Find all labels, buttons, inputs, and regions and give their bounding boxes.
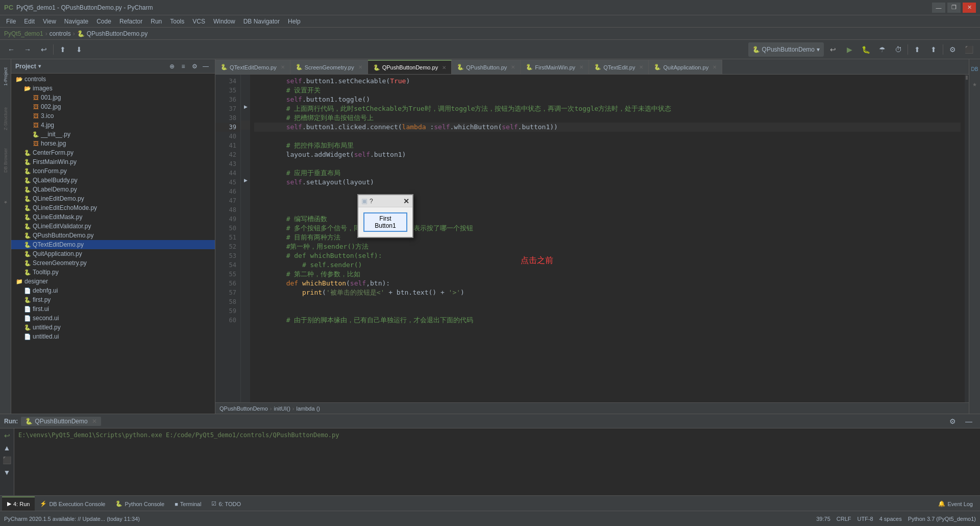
tree-item-designer[interactable]: 📁 designer — [11, 277, 215, 286]
tree-item-qlineeditdemo[interactable]: 🐍 QLineEditDemo.py — [11, 194, 215, 203]
python-version[interactable]: Python 3.7 (PyQt5_demo1) — [908, 516, 976, 522]
maximize-button[interactable]: ❐ — [947, 3, 961, 13]
breadcrumb-folder[interactable]: controls — [50, 30, 71, 37]
run-tab-close[interactable]: ✕ — [92, 418, 97, 425]
dialog-close-button[interactable]: ✕ — [403, 197, 409, 205]
toolbar-reload-button[interactable]: ↩ — [37, 42, 51, 57]
menu-tools[interactable]: Tools — [166, 17, 188, 26]
commit-button[interactable]: ⬆ — [910, 42, 924, 57]
sidebar-project-icon[interactable]: 1-Project — [1, 61, 11, 92]
tab-close-icon[interactable]: ✕ — [442, 65, 446, 70]
tree-item-qtexteditdemo[interactable]: 🐍 QTextEditDemo.py — [11, 240, 215, 249]
tab-qpushbuttondemo[interactable]: 🐍 QPushButtonDemo.py ✕ — [368, 60, 452, 74]
project-minimize-button[interactable]: — — [201, 61, 211, 71]
settings-button[interactable]: ⚙ — [945, 42, 960, 57]
tree-item-002jpg[interactable]: 🖼 002.jpg — [11, 102, 215, 111]
line-separator[interactable]: CRLF — [837, 516, 851, 522]
tab-close-icon[interactable]: ✕ — [511, 64, 515, 70]
tree-item-controls[interactable]: 📂 controls — [11, 75, 215, 84]
code-content[interactable]: self.button1.setCheckable(True) # 设置开关 s… — [250, 75, 965, 402]
run-scroll-down-button[interactable]: ▼ — [2, 467, 12, 477]
breadcrumb-project[interactable]: PyQt5_demo1 — [4, 30, 43, 37]
breadcrumb-file[interactable]: QPushButtonDemo.py — [87, 30, 148, 37]
tree-item-screengeometry[interactable]: 🐍 ScreenGeometry.py — [11, 258, 215, 268]
close-button[interactable]: ✕ — [963, 3, 976, 13]
tree-item-tooltip[interactable]: 🐍 Tooltip.py — [11, 268, 215, 277]
tab-qtextedit[interactable]: 🐍 QTextEdit.py ✕ — [589, 60, 649, 74]
coverage-button[interactable]: ☂ — [875, 42, 889, 57]
tree-item-debnfgui[interactable]: 📄 debnfg.ui — [11, 286, 215, 295]
tab-close-icon[interactable]: ✕ — [281, 64, 285, 70]
tab-quitapp[interactable]: 🐍 QuitApplication.py ✕ — [649, 60, 722, 74]
debug-button[interactable]: 🐛 — [859, 42, 873, 57]
profile-button[interactable]: ⏱ — [891, 42, 905, 57]
tree-item-3ico[interactable]: 🖼 3.ico — [11, 111, 215, 121]
menu-navigate[interactable]: Navigate — [60, 17, 92, 26]
tab-qpushbutton[interactable]: 🐍 QPushButton.py ✕ — [452, 60, 521, 74]
toolbar-forward-button[interactable]: → — [20, 42, 35, 57]
sidebar-db-icon[interactable]: DB Browser — [1, 145, 11, 176]
sidebar-bookmarks-icon[interactable]: ★ — [1, 187, 11, 218]
run-scroll-up-button[interactable]: ▲ — [2, 443, 12, 453]
bottom-tab-python-console[interactable]: 🐍 Python Console — [110, 496, 169, 511]
tab-screengeometry[interactable]: 🐍 ScreenGeometry.py ✕ — [290, 60, 368, 74]
run-panel-settings-button[interactable]: ⚙ — [945, 414, 960, 428]
menu-refactor[interactable]: Refactor — [115, 17, 146, 26]
tree-item-centerform[interactable]: 🐍 CenterForm.py — [11, 148, 215, 157]
menu-vcs[interactable]: VCS — [188, 17, 209, 26]
tree-item-quitapp[interactable]: 🐍 QuitApplication.py — [11, 249, 215, 258]
bottom-tab-event-log[interactable]: 🔔 Event Log — [933, 496, 978, 511]
tree-item-iconform[interactable]: 🐍 IconForm.py — [11, 166, 215, 176]
run-panel-minimize-button[interactable]: — — [962, 414, 976, 428]
menu-code[interactable]: Code — [92, 17, 115, 26]
tree-item-untitledui[interactable]: 📄 untitled.ui — [11, 332, 215, 341]
bottom-tab-run[interactable]: ▶ 4: Run — [2, 496, 35, 511]
tab-qtexteditdemo[interactable]: 🐍 QTextEditDemo.py ✕ — [215, 60, 290, 74]
toolbar-up-button[interactable]: ⬆ — [56, 42, 70, 57]
tab-close-icon[interactable]: ✕ — [639, 64, 643, 70]
tree-item-qlineeditecho[interactable]: 🐍 QLineEditEchoMode.py — [11, 203, 215, 212]
tree-item-secondui[interactable]: 📄 second.ui — [11, 314, 215, 323]
bottom-tab-db-console[interactable]: ⚡ DB Execution Console — [35, 496, 110, 511]
minimize-button[interactable]: — — [932, 3, 945, 13]
push-button[interactable]: ⬆ — [926, 42, 941, 57]
tab-close-icon[interactable]: ✕ — [358, 64, 362, 70]
run-rerun-button[interactable]: ↩ — [2, 431, 12, 441]
menu-window[interactable]: Window — [209, 17, 239, 26]
tree-item-qlabelbuddy[interactable]: 🐍 QLabelBuddy.py — [11, 176, 215, 185]
tab-close-icon[interactable]: ✕ — [713, 64, 717, 70]
toolbar-back-button[interactable]: ← — [4, 42, 18, 57]
menu-dbnavigator[interactable]: DB Navigator — [239, 17, 284, 26]
tree-item-qlineeditvalidator[interactable]: 🐍 QLineEditValidator.py — [11, 222, 215, 231]
right-sidebar-favorites-icon[interactable]: ★ — [970, 77, 980, 92]
menu-run[interactable]: Run — [146, 17, 166, 26]
tree-item-001jpg[interactable]: 🖼 001.jpg — [11, 93, 215, 102]
toolbar-down-button[interactable]: ⬇ — [72, 42, 86, 57]
tree-item-4jpg[interactable]: 🖼 4.jpg — [11, 121, 215, 130]
indent[interactable]: 4 spaces — [879, 516, 902, 522]
tree-item-firstui[interactable]: 📄 first.ui — [11, 304, 215, 314]
right-scrollbar[interactable] — [965, 75, 969, 402]
right-sidebar-db-icon[interactable]: DB — [970, 61, 980, 77]
menu-file[interactable]: File — [2, 17, 20, 26]
dialog-first-button1[interactable]: First Button1 — [363, 212, 407, 232]
run-button[interactable]: ▶ — [842, 42, 856, 57]
tree-item-qlabeldemo[interactable]: 🐍 QLabelDemo.py — [11, 185, 215, 194]
tree-item-qpushbuttondemo[interactable]: 🐍 QPushButtonDemo.py — [11, 231, 215, 240]
update-button[interactable]: ↩ — [826, 42, 840, 57]
tree-item-firstpy[interactable]: 🐍 first.py — [11, 295, 215, 304]
run-config-selector[interactable]: 🐍 QPushButtonDemo ▾ — [748, 42, 824, 57]
cursor-position[interactable]: 39:75 — [816, 516, 830, 522]
project-locate-button[interactable]: ⊕ — [167, 61, 177, 71]
project-settings-button[interactable]: ⚙ — [189, 61, 200, 71]
tab-firstmainwin[interactable]: 🐍 FirstMainWin.py ✕ — [521, 60, 589, 74]
bottom-tab-todo[interactable]: ☑ 6: TODO — [206, 496, 246, 511]
tree-item-firstmainwin[interactable]: 🐍 FirstMainWin.py — [11, 157, 215, 166]
menu-view[interactable]: View — [39, 17, 60, 26]
sidebar-structure-icon[interactable]: Z-Structure — [1, 103, 11, 134]
tree-item-horsejpg[interactable]: 🖼 horse.jpg — [11, 139, 215, 148]
bottom-tab-terminal[interactable]: ■ Terminal — [169, 496, 206, 511]
tab-close-icon[interactable]: ✕ — [579, 64, 583, 70]
tree-item-untitledpy[interactable]: 🐍 untitled.py — [11, 323, 215, 332]
run-config-tab[interactable]: 🐍 QPushButtonDemo ✕ — [21, 417, 101, 426]
